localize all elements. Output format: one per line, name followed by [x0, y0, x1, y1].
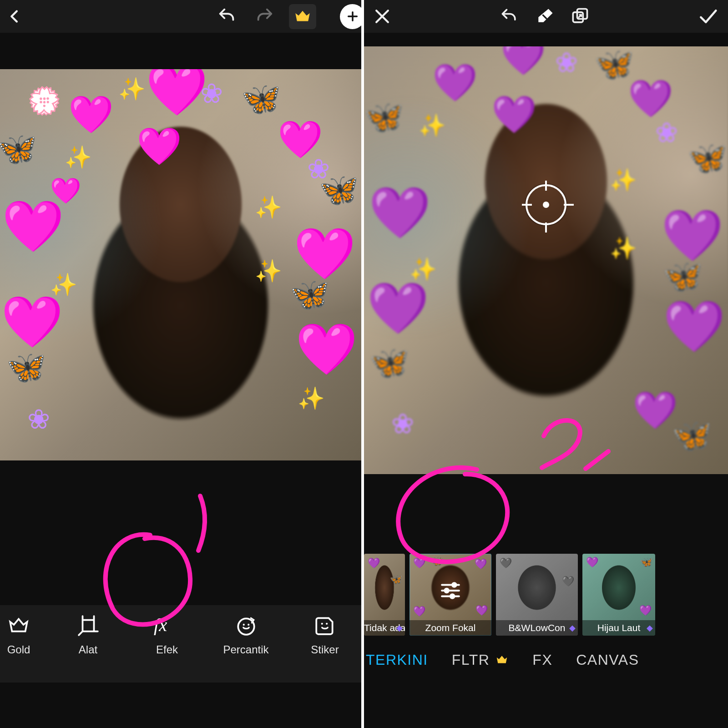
tool-efek[interactable]: fx Efek	[142, 614, 192, 656]
tool-label: Efek	[156, 643, 178, 656]
back-button[interactable]	[5, 6, 25, 27]
bottom-toolbar-left: Gold Alat fx Efek Percantik Stiker	[0, 605, 361, 682]
compare-button[interactable]	[568, 6, 591, 26]
filter-tidak-ada[interactable]: 💜 🦋 Tidak ada ◆	[364, 554, 405, 636]
tool-percantik[interactable]: Percantik	[221, 614, 272, 656]
svg-point-8	[452, 583, 456, 586]
filter-bwlowcon[interactable]: 💜 💜 B&WLowCon ◆	[496, 554, 578, 636]
tool-label: Percantik	[223, 643, 268, 656]
tool-gold[interactable]: Gold	[3, 614, 35, 656]
tab-canvas[interactable]: CANVAS	[576, 652, 639, 668]
topbar-right	[364, 0, 728, 33]
apply-button[interactable]	[695, 6, 720, 26]
svg-point-9	[445, 589, 449, 592]
eraser-button[interactable]	[534, 6, 556, 26]
tab-terkini[interactable]: TERKINI	[366, 652, 428, 668]
tool-label: Gold	[7, 643, 30, 656]
tab-label: FX	[532, 652, 552, 668]
filter-hijau-laut[interactable]: 💜 🦋 💜 Hijau Laut ◆	[582, 554, 655, 636]
canvas-area-right[interactable]: 💜 💜 💜 💜 💜 💜 💜 💜 💜 ❀ ❀ ❀ 🦋 🦋 🦋 🦋 🦋 🦋 ✨	[364, 33, 728, 553]
svg-point-2	[243, 624, 244, 626]
tool-stiker[interactable]: Stiker	[299, 614, 350, 656]
svg-point-4	[321, 623, 323, 625]
filter-label: B&WLowCon	[496, 620, 578, 636]
tab-fx[interactable]: FX	[532, 652, 552, 668]
premium-crown-button[interactable]	[289, 4, 316, 29]
filter-label: Hijau Laut	[582, 620, 655, 636]
svg-text:fx: fx	[154, 615, 167, 635]
gem-icon: ◆	[569, 623, 576, 633]
sliders-icon	[437, 579, 464, 604]
photo-subject	[0, 69, 361, 460]
canvas-area-left[interactable]: 💜 💜 💜 💜 💜 💜 💜 💜 💜 💮 ❀ ❀ ❀ 🦋 🦋 🦋 🦋 🦋 ✨	[0, 33, 361, 605]
close-button[interactable]	[372, 6, 392, 26]
gem-icon: ◆	[647, 623, 653, 633]
add-button[interactable]	[340, 4, 365, 29]
photo-subject	[364, 46, 728, 474]
tool-label: Alat	[79, 643, 97, 656]
svg-point-5	[326, 623, 328, 625]
filter-zoom-fokal[interactable]: 💜 🦋 💜 💜 💜 Zoom Fokal	[410, 554, 491, 636]
crown-icon	[495, 653, 509, 667]
tab-label: CANVAS	[576, 652, 639, 668]
topbar-left	[0, 0, 361, 33]
tab-fltr[interactable]: FLTR	[452, 652, 509, 668]
tab-label: TERKINI	[366, 652, 428, 668]
tab-label: FLTR	[452, 652, 490, 668]
undo-button[interactable]	[496, 6, 522, 26]
tool-alat[interactable]: Alat	[63, 614, 114, 656]
undo-button[interactable]	[214, 6, 240, 27]
redo-button[interactable]	[252, 6, 277, 27]
focal-crosshair-icon[interactable]	[526, 184, 566, 225]
tool-label: Stiker	[311, 643, 339, 656]
category-tabs: TERKINI FLTR FX CANVAS	[364, 637, 728, 682]
gem-icon: ◆	[396, 623, 403, 633]
filter-label: Zoom Fokal	[410, 620, 491, 636]
svg-rect-6	[573, 12, 583, 22]
filter-strip: 💜 🦋 Tidak ada ◆ 💜 🦋 💜 💜 💜 Zoom Fokal �	[364, 553, 728, 637]
svg-point-1	[238, 618, 254, 634]
svg-point-10	[450, 594, 454, 598]
svg-point-3	[248, 624, 249, 626]
